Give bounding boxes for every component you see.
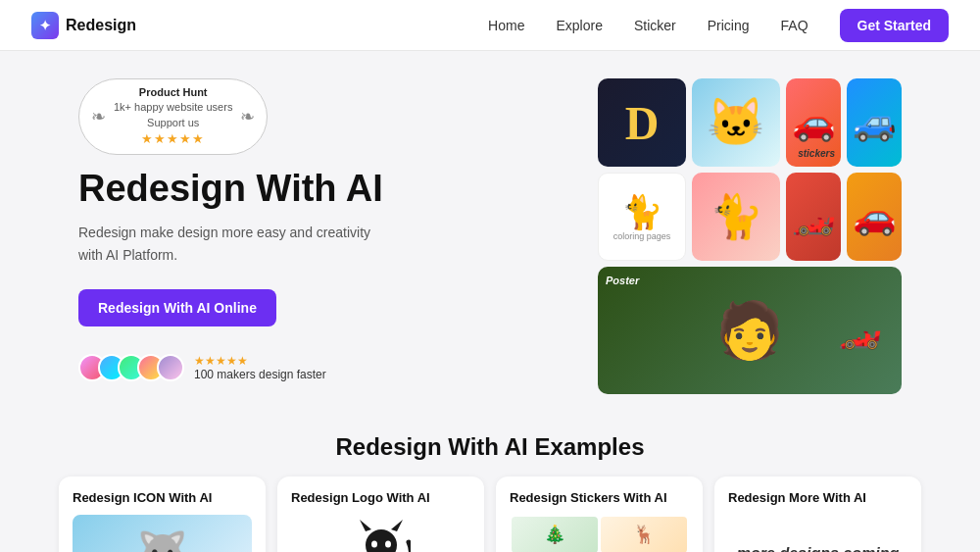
more-preview: more designs coming — [728, 515, 907, 552]
product-hunt-badge: ❧ Product Hunt 1k+ happy website users S… — [78, 78, 268, 155]
avatar-group — [78, 354, 184, 381]
sticker-2: 🦌 — [601, 517, 687, 552]
hero-cta-button[interactable]: Redesign With AI Online — [78, 289, 276, 326]
nav-logo[interactable]: ✦ Redesign — [31, 12, 136, 39]
orange-cat-cell: 🐈 — [692, 173, 780, 261]
logo-card-image — [291, 515, 470, 552]
example-card-icon: Redesign ICON With AI 🐺 — [59, 477, 266, 552]
logo-text: Redesign — [66, 17, 136, 34]
sketch-cat-cell: 🐈 coloring pages — [598, 173, 686, 261]
example-card-logo: Redesign Logo With AI — [277, 477, 484, 552]
img-grid-mid: 🐈 coloring pages 🐈 🏎️ 🚗 — [598, 173, 902, 261]
example-card-stickers: Redesign Stickers With AI 🎄 🦌 🎅 ⛄ — [496, 477, 703, 552]
examples-section: Redesign With AI Examples Redesign ICON … — [0, 414, 980, 552]
icon-card-image: 🐺 — [73, 515, 252, 552]
social-stars: ★★★★★ — [194, 354, 326, 368]
svg-point-1 — [366, 529, 397, 553]
svg-point-5 — [385, 540, 391, 547]
img-grid-top: D 🐱 🚗 stickers 🚙 — [598, 78, 902, 167]
more-text: more designs coming — [737, 544, 899, 552]
social-info: ★★★★★ 100 makers design faster — [194, 354, 326, 381]
nav-faq[interactable]: FAQ — [781, 18, 808, 33]
example-card-more: Redesign More With AI more designs comin… — [714, 477, 921, 552]
avatar-5 — [157, 354, 184, 381]
stickers-card-title: Redesign Stickers With AI — [510, 490, 689, 505]
svg-point-4 — [371, 540, 377, 547]
nav-explore[interactable]: Explore — [556, 18, 602, 33]
nav-links: Home Explore Sticker Pricing FAQ — [488, 18, 808, 33]
navbar: ✦ Redesign Home Explore Sticker Pricing … — [0, 0, 980, 51]
hero-social: ★★★★★ 100 makers design faster — [78, 354, 559, 381]
sticker-1: 🎄 — [512, 517, 598, 552]
icon-card-title: Redesign ICON With AI — [73, 490, 252, 505]
laurel-right: ❧ — [240, 106, 255, 127]
examples-grid: Redesign ICON With AI 🐺 Redesign Logo Wi… — [59, 477, 921, 552]
more-card-title: Redesign More With AI — [728, 490, 907, 505]
more-card-image: more designs coming — [728, 515, 907, 552]
social-text: 100 makers design faster — [194, 368, 326, 381]
red-car-cell: 🚗 stickers — [786, 78, 841, 167]
logo-preview — [291, 515, 470, 552]
d-icon-cell: D — [598, 78, 686, 167]
hero-image-collage: D 🐱 🚗 stickers 🚙 🐈 coloring pages — [598, 78, 902, 394]
ph-stars: ★★★★★ — [114, 130, 232, 148]
examples-title: Redesign With AI Examples — [59, 433, 921, 461]
nav-home[interactable]: Home — [488, 18, 524, 33]
icon-preview: 🐺 — [73, 515, 252, 552]
get-started-button[interactable]: Get Started — [840, 9, 949, 42]
teal-car-cell: 🚙 — [847, 78, 902, 167]
svg-marker-3 — [391, 520, 403, 531]
ph-support: Support us — [147, 117, 199, 128]
hero-section: ❧ Product Hunt 1k+ happy website users S… — [0, 51, 980, 414]
nav-pricing[interactable]: Pricing — [708, 18, 750, 33]
red-sports-car-cell: 🏎️ — [786, 173, 841, 261]
cat-icon-cell: 🐱 — [692, 78, 780, 167]
sticker-preview-grid: 🎄 🦌 🎅 ⛄ — [510, 515, 689, 552]
ph-platform: Product Hunt — [114, 85, 232, 100]
hero-title: Redesign With AI — [78, 169, 559, 210]
hero-left: ❧ Product Hunt 1k+ happy website users S… — [78, 78, 559, 381]
hero-subtitle: Redesign make design more easy and creat… — [78, 222, 382, 266]
logo-card-title: Redesign Logo With AI — [291, 490, 470, 505]
hero-poster-cell: Poster 🧑 🏎️ — [598, 267, 902, 394]
stickers-card-image: 🎄 🦌 🎅 ⛄ — [510, 515, 689, 552]
svg-marker-2 — [360, 520, 371, 531]
logo-cat-svg — [352, 518, 411, 553]
logo-icon: ✦ — [31, 12, 59, 39]
gold-car-cell: 🚗 — [847, 173, 902, 261]
ph-users: 1k+ happy website users — [114, 101, 232, 113]
nav-sticker[interactable]: Sticker — [634, 18, 676, 33]
laurel-left: ❧ — [91, 106, 106, 127]
